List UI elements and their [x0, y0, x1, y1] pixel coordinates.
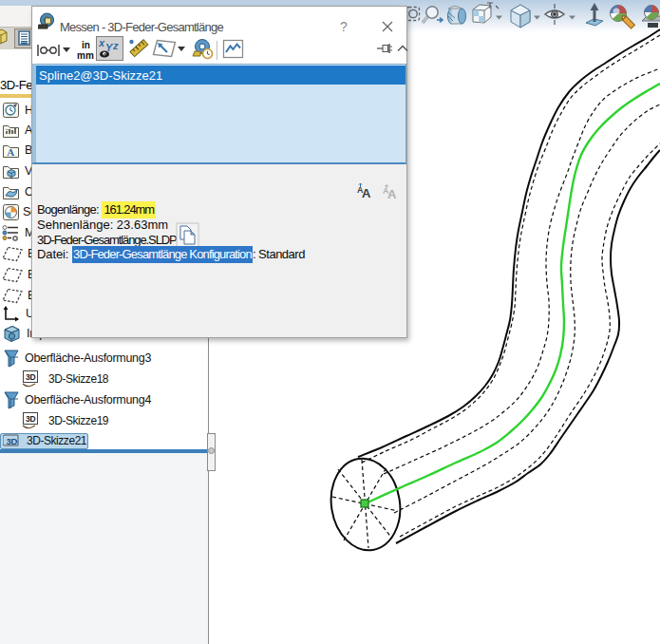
- svg-text:in: in: [82, 40, 90, 50]
- svg-text:A: A: [7, 145, 14, 157]
- svg-text:3D: 3D: [7, 436, 18, 446]
- svg-text:A: A: [387, 187, 397, 201]
- svg-text:mm: mm: [77, 50, 94, 61]
- svg-text:3D: 3D: [26, 414, 35, 424]
- svg-text:A: A: [362, 186, 371, 200]
- svg-text:3D: 3D: [26, 372, 35, 382]
- svg-text:z: z: [112, 40, 119, 51]
- svg-text:x: x: [98, 37, 105, 48]
